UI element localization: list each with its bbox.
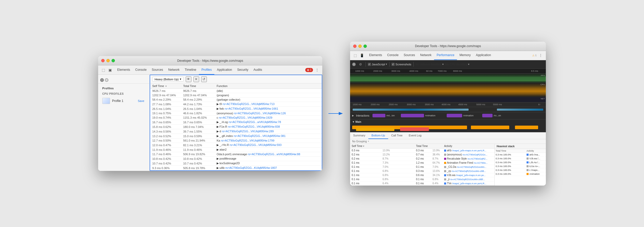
table-row: 0.3 ms 100.0%iLGa rs=...	[495, 164, 546, 168]
table-row[interactable]: 10.8 ms 0.42%10.8 ms 0.42%▶ postMessage	[150, 156, 322, 161]
left-body: ⊘ Profiles CPU PROFILES Profile 1 Save H…	[98, 75, 322, 171]
tab-audits[interactable]: Audits	[251, 65, 265, 75]
reload-icon-btn[interactable]: ⊘	[357, 61, 363, 67]
right-tab-sources[interactable]: Sources	[401, 51, 418, 60]
interaction-text-3: Animation	[463, 114, 473, 117]
table-row[interactable]: 11.9 ms 0.46%11.9 ms 0.46%▶ atan2	[150, 147, 322, 152]
col-self-time[interactable]: Self Time ▾	[150, 83, 181, 89]
interaction-block-1	[372, 114, 385, 117]
bu-col-total[interactable]: Total Time	[414, 144, 431, 149]
interaction-block-2	[401, 114, 424, 117]
right-close-button[interactable]	[353, 45, 357, 48]
chevron-down-icon-cpu: ▾	[468, 63, 469, 66]
right-tab-console[interactable]: Console	[385, 51, 401, 60]
table-row[interactable]: 11.7 ms 0.46%506.9 ms 19.82%Oda.b.port1.…	[150, 152, 322, 156]
right-tab-application[interactable]: Application	[473, 51, 494, 60]
minimize-button[interactable]	[106, 59, 110, 62]
tab-network[interactable]: Network	[166, 65, 182, 75]
table-row[interactable]: 13.2 ms 0.52%15.0 ms 0.59%▶ _.gK.index r…	[150, 134, 322, 138]
table-row[interactable]: 26.5 ms 1.04%26.5 ms 1.04%▶ fwb rs=ACT90…	[150, 107, 322, 111]
table-row[interactable]: 9626.7 ms9626.7 ms(idle)	[150, 89, 322, 93]
profile-1-item[interactable]: Profile 1 Save	[98, 96, 149, 106]
screenshots-filter[interactable]: Screenshots	[392, 63, 411, 66]
table-row: 0.3 ms 100.0%aKb /ma...	[495, 153, 546, 156]
stop-btn[interactable]: ⊘	[105, 78, 108, 82]
left-sidebar: ⊘ Profiles CPU PROFILES Profile 1 Save	[98, 75, 150, 171]
table-row[interactable]: 19.1 ms 0.75%46.6 ms 1.82%(anonymous) rs…	[150, 111, 322, 116]
ruler-2000: 2000 ms	[373, 70, 382, 72]
bu-col-activity[interactable]: Activity	[443, 144, 494, 149]
bu-col-self[interactable]: Self Time ▾	[350, 144, 381, 149]
table-row[interactable]: 0.1 ms7.0%0.1 ms7.0%_CG.Da rs=ACT90oGqRZ…	[350, 165, 494, 169]
clear-icon-btn[interactable]: ✕	[193, 76, 199, 82]
table-row[interactable]: 0.1 ms6.8%0.3 ms13.6%_zp rs=ACT90oGqRZGG…	[350, 169, 494, 173]
col-function[interactable]: Function	[215, 83, 322, 89]
right-minimize-button[interactable]	[358, 45, 362, 48]
zoom-ruler: 1500 ms 2000 ms 2500 ms 3000 ms 3500 ms …	[350, 102, 546, 107]
cursor-icon-btn[interactable]: ⬚	[100, 67, 106, 73]
table-row[interactable]: 12.0 ms 0.47%82.1 ms 3.21%▶ _.rYe.R rs=A…	[150, 143, 322, 147]
box-icon-btn[interactable]: ▣	[107, 67, 113, 73]
table-row[interactable]: 0.1 ms7.3%1.2 ms64.7%Animation Frame Fir…	[350, 161, 494, 165]
table-row[interactable]: 0.1 ms6.8%0.6 ms34.1%VJb.wa /maps/_js/k=…	[350, 173, 494, 177]
table-row[interactable]: 10.7 ms 0.42%10.7 ms 0.42%▶ texSubImage2…	[150, 161, 322, 166]
zoom-1500: 1500 ms	[353, 103, 362, 106]
table-row[interactable]: 58.4 ms 2.29%58.4 ms 2.29%(garbage colle…	[150, 98, 322, 102]
maximize-button[interactable]	[112, 59, 115, 62]
left-titlebar: Developer Tools - https://www.google.com…	[98, 56, 322, 65]
table-row[interactable]: 27.7 ms 1.08%44.2 ms 1.73%▶ t9 rs=ACT90o…	[150, 102, 322, 107]
timeline-ruler: 1000 ms 2000 ms 3000 ms 4000 ms 60 ms 70…	[350, 69, 546, 74]
flame-highlight-bar	[350, 107, 546, 112]
summary-tab[interactable]: Summary	[350, 132, 368, 139]
right-tab-memory[interactable]: Memory	[457, 51, 473, 60]
right-maximize-button[interactable]	[363, 45, 367, 48]
table-row[interactable]: 0.1 ms6.8%0.1 ms6.8%_ji rs=ACT90oGqRZGGx…	[350, 177, 494, 181]
table-row[interactable]: 0.2 ms8.7%0.2 ms8.7%Recalculate Style rs…	[350, 156, 494, 161]
right-more-btn[interactable]: ⋮	[538, 52, 544, 58]
more-menu-btn[interactable]: ⋮	[314, 67, 320, 73]
js-filter[interactable]: JavaScript ▾	[368, 63, 387, 66]
tab-console[interactable]: Console	[133, 65, 149, 75]
table-row[interactable]: 19.0 ms 0.74%1151.3 ms 45.02%c rs=ACT90o…	[150, 116, 322, 120]
refresh-icon-btn[interactable]: ↺	[201, 76, 207, 82]
table-row[interactable]: 12.7 ms 0.50%561.0 ms 21.94%Ka rs=ACT90o…	[150, 138, 322, 143]
profile-table-container[interactable]: Self Time ▾ Total Time Function	[150, 83, 322, 170]
record-btn[interactable]	[100, 78, 104, 82]
table-row[interactable]: 0.3 ms13.9%0.3 ms13.9%aKb /maps/_js/k=ma…	[350, 148, 494, 152]
right-tab-performance[interactable]: Performance	[434, 51, 457, 60]
table-row[interactable]: 1202.9 ms 47.04%1202.9 ms 47.04%(program…	[150, 93, 322, 98]
tab-timeline[interactable]: Timeline	[182, 65, 199, 75]
cpu-throttle-dropdown[interactable]: No CPU throttling ▾	[445, 63, 469, 66]
event-log-tab[interactable]: Event Log	[406, 132, 425, 139]
flame-main-3	[400, 127, 429, 131]
sidebar-controls: ⊘	[98, 77, 149, 84]
col-total-time[interactable]: Total Time	[181, 83, 215, 89]
close-button[interactable]	[101, 59, 105, 62]
table-row[interactable]: 15.8 ms 0.62%180.0 ms 7.04%▶ F1e.R rs=AC…	[150, 125, 322, 129]
bottom-up-table-area[interactable]: Self Time ▾ Total Time Activity 0.3 ms13…	[350, 144, 494, 186]
tab-elements[interactable]: Elements	[115, 65, 133, 75]
tab-profiles[interactable]: Profiles	[199, 65, 214, 75]
right-cursor-btn[interactable]: ⬚	[352, 52, 358, 58]
tab-application[interactable]: Application	[214, 65, 235, 75]
table-row[interactable]: 14.3 ms 0.56%39.7 ms 1.55%▶ d rs=ACT90oG…	[150, 129, 322, 134]
table-row[interactable]: 9.3 ms 0.36%505.8 ms 19.78%▶ uAb rs=ACT9…	[150, 166, 322, 170]
right-phone-btn[interactable]: 📱	[359, 52, 365, 58]
left-traffic-lights	[101, 59, 115, 62]
left-window-title: Developer Tools - https://www.google.com…	[177, 59, 243, 63]
perf-record-btn[interactable]	[352, 63, 356, 66]
view-dropdown[interactable]: Heavy (Bottom Up) ▾	[152, 77, 184, 82]
bottom-up-tab[interactable]: Bottom-Up	[368, 132, 388, 139]
right-tab-network[interactable]: Network	[418, 51, 434, 60]
tab-security[interactable]: Security	[235, 65, 251, 75]
filter-icon-btn[interactable]: 👁	[186, 76, 191, 82]
table-row[interactable]: 0.2 ms13.2%0.7 ms38.4%(anonymous) rs=ACT…	[350, 152, 494, 156]
table-row[interactable]: 16.7 ms 0.65%16.7 ms 0.65%▶ _.H.og rs=AC…	[150, 120, 322, 125]
call-tree-tab[interactable]: Call Tree	[388, 132, 406, 139]
tab-sources[interactable]: Sources	[149, 65, 166, 75]
save-profile-button[interactable]: Save	[137, 99, 145, 103]
right-tab-elements[interactable]: Elements	[367, 51, 385, 60]
table-row[interactable]: 0.1 ms6.4%0.1 ms6.4%TVe /maps/_js/k=maps…	[350, 181, 494, 185]
network-throttle-dropdown[interactable]: No network throttling ▾	[416, 63, 444, 66]
interaction-block-3	[447, 114, 462, 117]
